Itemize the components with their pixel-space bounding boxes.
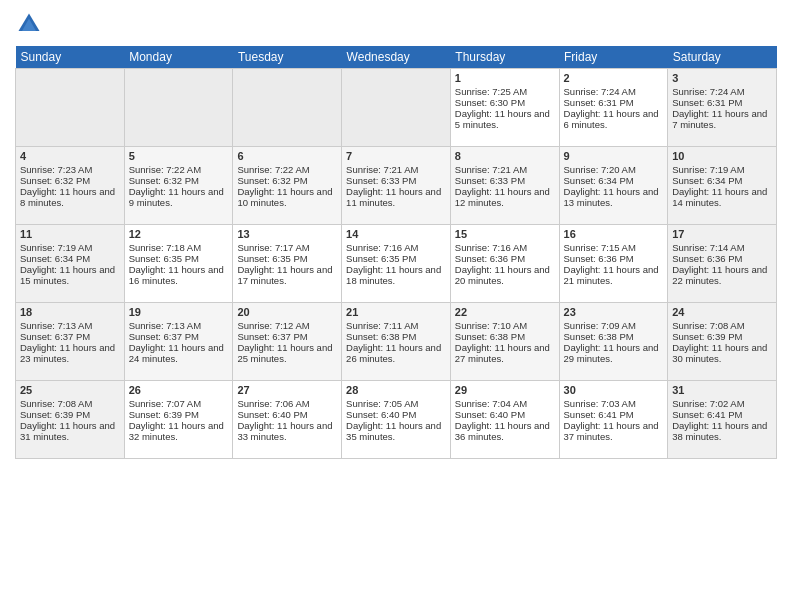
calendar-week-2: 4Sunrise: 7:23 AMSunset: 6:32 PMDaylight… (16, 147, 777, 225)
daylight-text: Daylight: 11 hours and 11 minutes. (346, 186, 441, 208)
calendar-cell: 17Sunrise: 7:14 AMSunset: 6:36 PMDayligh… (668, 225, 777, 303)
sunrise-text: Sunrise: 7:19 AM (20, 242, 92, 253)
sunset-text: Sunset: 6:41 PM (564, 409, 634, 420)
day-number: 2 (564, 72, 664, 84)
day-number: 26 (129, 384, 229, 396)
page-header (15, 10, 777, 38)
calendar-cell: 27Sunrise: 7:06 AMSunset: 6:40 PMDayligh… (233, 381, 342, 459)
day-number: 18 (20, 306, 120, 318)
sunrise-text: Sunrise: 7:02 AM (672, 398, 744, 409)
calendar-cell: 1Sunrise: 7:25 AMSunset: 6:30 PMDaylight… (450, 69, 559, 147)
day-number: 20 (237, 306, 337, 318)
calendar-cell: 29Sunrise: 7:04 AMSunset: 6:40 PMDayligh… (450, 381, 559, 459)
sunset-text: Sunset: 6:31 PM (672, 97, 742, 108)
sunset-text: Sunset: 6:38 PM (455, 331, 525, 342)
sunset-text: Sunset: 6:35 PM (129, 253, 199, 264)
daylight-text: Daylight: 11 hours and 29 minutes. (564, 342, 659, 364)
sunrise-text: Sunrise: 7:25 AM (455, 86, 527, 97)
sunset-text: Sunset: 6:40 PM (455, 409, 525, 420)
daylight-text: Daylight: 11 hours and 30 minutes. (672, 342, 767, 364)
sunset-text: Sunset: 6:33 PM (346, 175, 416, 186)
day-number: 13 (237, 228, 337, 240)
sunset-text: Sunset: 6:36 PM (672, 253, 742, 264)
calendar-cell (124, 69, 233, 147)
sunrise-text: Sunrise: 7:16 AM (455, 242, 527, 253)
sunrise-text: Sunrise: 7:08 AM (672, 320, 744, 331)
day-number: 23 (564, 306, 664, 318)
day-number: 31 (672, 384, 772, 396)
sunset-text: Sunset: 6:39 PM (129, 409, 199, 420)
col-header-tuesday: Tuesday (233, 46, 342, 69)
sunset-text: Sunset: 6:34 PM (564, 175, 634, 186)
sunset-text: Sunset: 6:37 PM (129, 331, 199, 342)
day-number: 6 (237, 150, 337, 162)
sunrise-text: Sunrise: 7:22 AM (237, 164, 309, 175)
day-number: 22 (455, 306, 555, 318)
daylight-text: Daylight: 11 hours and 16 minutes. (129, 264, 224, 286)
daylight-text: Daylight: 11 hours and 10 minutes. (237, 186, 332, 208)
col-header-saturday: Saturday (668, 46, 777, 69)
calendar-cell: 26Sunrise: 7:07 AMSunset: 6:39 PMDayligh… (124, 381, 233, 459)
calendar-cell: 23Sunrise: 7:09 AMSunset: 6:38 PMDayligh… (559, 303, 668, 381)
calendar-week-4: 18Sunrise: 7:13 AMSunset: 6:37 PMDayligh… (16, 303, 777, 381)
daylight-text: Daylight: 11 hours and 15 minutes. (20, 264, 115, 286)
day-number: 17 (672, 228, 772, 240)
sunset-text: Sunset: 6:41 PM (672, 409, 742, 420)
calendar-week-5: 25Sunrise: 7:08 AMSunset: 6:39 PMDayligh… (16, 381, 777, 459)
daylight-text: Daylight: 11 hours and 35 minutes. (346, 420, 441, 442)
sunset-text: Sunset: 6:40 PM (237, 409, 307, 420)
sunset-text: Sunset: 6:32 PM (20, 175, 90, 186)
col-header-sunday: Sunday (16, 46, 125, 69)
sunrise-text: Sunrise: 7:10 AM (455, 320, 527, 331)
calendar-cell: 15Sunrise: 7:16 AMSunset: 6:36 PMDayligh… (450, 225, 559, 303)
day-number: 29 (455, 384, 555, 396)
daylight-text: Daylight: 11 hours and 13 minutes. (564, 186, 659, 208)
sunset-text: Sunset: 6:38 PM (346, 331, 416, 342)
daylight-text: Daylight: 11 hours and 27 minutes. (455, 342, 550, 364)
sunrise-text: Sunrise: 7:05 AM (346, 398, 418, 409)
sunset-text: Sunset: 6:39 PM (672, 331, 742, 342)
col-header-wednesday: Wednesday (342, 46, 451, 69)
calendar-cell: 12Sunrise: 7:18 AMSunset: 6:35 PMDayligh… (124, 225, 233, 303)
sunset-text: Sunset: 6:38 PM (564, 331, 634, 342)
daylight-text: Daylight: 11 hours and 14 minutes. (672, 186, 767, 208)
day-number: 5 (129, 150, 229, 162)
day-number: 14 (346, 228, 446, 240)
calendar-cell: 31Sunrise: 7:02 AMSunset: 6:41 PMDayligh… (668, 381, 777, 459)
sunset-text: Sunset: 6:31 PM (564, 97, 634, 108)
daylight-text: Daylight: 11 hours and 36 minutes. (455, 420, 550, 442)
daylight-text: Daylight: 11 hours and 24 minutes. (129, 342, 224, 364)
calendar-cell: 14Sunrise: 7:16 AMSunset: 6:35 PMDayligh… (342, 225, 451, 303)
sunset-text: Sunset: 6:35 PM (237, 253, 307, 264)
day-number: 16 (564, 228, 664, 240)
daylight-text: Daylight: 11 hours and 26 minutes. (346, 342, 441, 364)
calendar-cell: 8Sunrise: 7:21 AMSunset: 6:33 PMDaylight… (450, 147, 559, 225)
sunrise-text: Sunrise: 7:06 AM (237, 398, 309, 409)
sunrise-text: Sunrise: 7:17 AM (237, 242, 309, 253)
sunrise-text: Sunrise: 7:13 AM (129, 320, 201, 331)
calendar-cell: 24Sunrise: 7:08 AMSunset: 6:39 PMDayligh… (668, 303, 777, 381)
day-number: 15 (455, 228, 555, 240)
daylight-text: Daylight: 11 hours and 6 minutes. (564, 108, 659, 130)
calendar-cell: 20Sunrise: 7:12 AMSunset: 6:37 PMDayligh… (233, 303, 342, 381)
calendar-cell: 10Sunrise: 7:19 AMSunset: 6:34 PMDayligh… (668, 147, 777, 225)
sunrise-text: Sunrise: 7:24 AM (672, 86, 744, 97)
sunrise-text: Sunrise: 7:04 AM (455, 398, 527, 409)
day-number: 27 (237, 384, 337, 396)
day-number: 1 (455, 72, 555, 84)
calendar-cell: 19Sunrise: 7:13 AMSunset: 6:37 PMDayligh… (124, 303, 233, 381)
calendar-week-1: 1Sunrise: 7:25 AMSunset: 6:30 PMDaylight… (16, 69, 777, 147)
sunrise-text: Sunrise: 7:21 AM (346, 164, 418, 175)
calendar-cell: 18Sunrise: 7:13 AMSunset: 6:37 PMDayligh… (16, 303, 125, 381)
sunrise-text: Sunrise: 7:24 AM (564, 86, 636, 97)
sunrise-text: Sunrise: 7:19 AM (672, 164, 744, 175)
calendar-cell: 22Sunrise: 7:10 AMSunset: 6:38 PMDayligh… (450, 303, 559, 381)
sunset-text: Sunset: 6:37 PM (20, 331, 90, 342)
day-number: 21 (346, 306, 446, 318)
col-header-thursday: Thursday (450, 46, 559, 69)
sunrise-text: Sunrise: 7:08 AM (20, 398, 92, 409)
sunset-text: Sunset: 6:30 PM (455, 97, 525, 108)
sunset-text: Sunset: 6:34 PM (672, 175, 742, 186)
daylight-text: Daylight: 11 hours and 7 minutes. (672, 108, 767, 130)
day-number: 4 (20, 150, 120, 162)
